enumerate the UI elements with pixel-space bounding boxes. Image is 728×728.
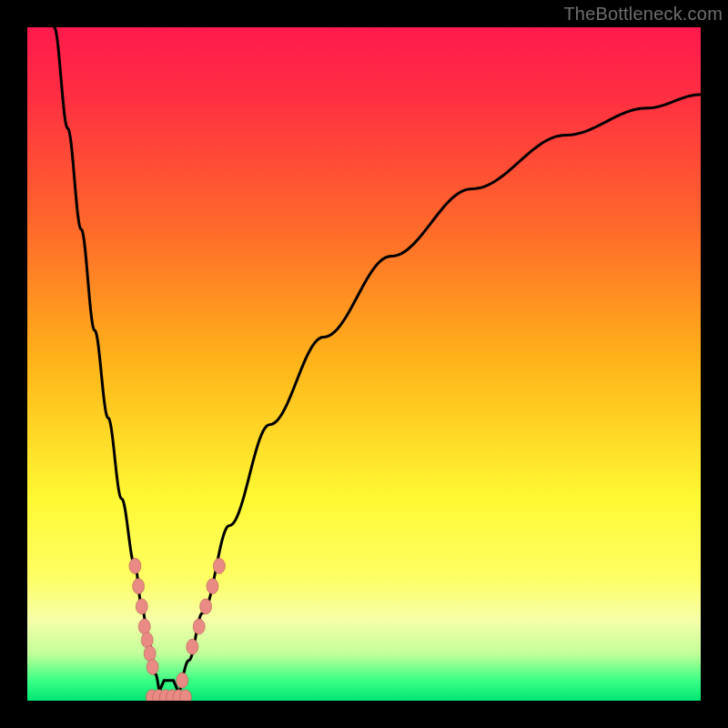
watermark-text: TheBottleneck.com [563,4,723,25]
data-marker [207,579,218,594]
data-marker [193,619,205,634]
data-marker [133,579,145,594]
data-marker [200,599,212,614]
gradient-background [27,27,701,701]
data-marker [213,559,225,574]
data-marker [138,619,150,634]
data-marker [144,646,156,662]
chart-svg [27,27,701,701]
data-marker [147,660,158,675]
data-marker [177,672,188,688]
outer-frame: TheBottleneck.com [0,0,728,728]
data-marker [129,559,141,574]
data-marker [187,639,198,654]
data-marker [136,599,147,614]
data-marker [141,632,153,648]
plot-area [27,27,701,701]
